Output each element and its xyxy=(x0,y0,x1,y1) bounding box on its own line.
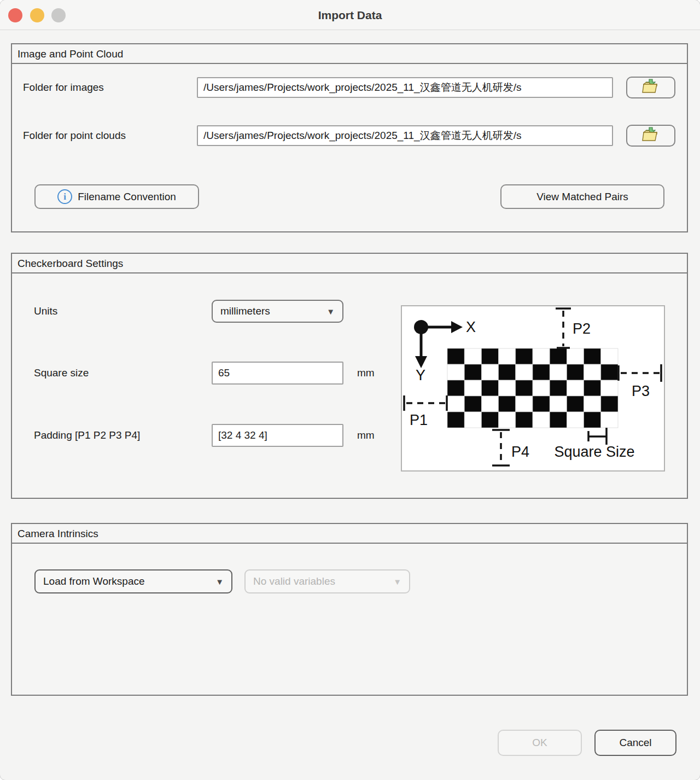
view-matched-pairs-label: View Matched Pairs xyxy=(536,191,628,203)
square-size-unit: mm xyxy=(357,362,375,385)
p1-label: P1 xyxy=(410,412,428,428)
cancel-button[interactable]: Cancel xyxy=(594,730,676,756)
units-value: millimeters xyxy=(220,305,270,317)
checkerboard-diagram-svg: X Y P2 P3 xyxy=(402,306,664,470)
filename-convention-button[interactable]: i Filename Convention xyxy=(34,184,199,209)
checkerboard-squares xyxy=(447,348,618,428)
p4-label: P4 xyxy=(511,444,529,460)
section-header: Image and Point Cloud xyxy=(12,44,687,64)
window-title: Import Data xyxy=(0,0,700,30)
camera-intrinsics-section: Camera Intrinsics Load from Workspace ▼ … xyxy=(11,523,688,696)
square-size-input[interactable] xyxy=(212,362,343,385)
chevron-down-icon: ▼ xyxy=(326,307,335,316)
section-header: Checkerboard Settings xyxy=(12,254,687,273)
browse-images-button[interactable] xyxy=(626,77,675,98)
x-axis-label: X xyxy=(466,319,476,335)
ok-button: OK xyxy=(498,730,582,756)
padding-label: Padding [P1 P2 P3 P4] xyxy=(34,424,140,447)
info-icon: i xyxy=(57,189,72,204)
p1-measure-line xyxy=(404,395,447,411)
folder-images-label: Folder for images xyxy=(23,77,104,98)
padding-input[interactable] xyxy=(212,424,343,447)
y-axis-label: Y xyxy=(416,367,425,383)
units-label: Units xyxy=(34,300,57,323)
p3-label: P3 xyxy=(632,383,650,399)
folder-open-icon xyxy=(642,127,660,145)
intrinsics-variables-dropdown: No valid variables ▼ xyxy=(244,569,410,593)
intrinsics-variables-value: No valid variables xyxy=(253,575,335,587)
p4-measure-line xyxy=(492,430,510,465)
padding-unit: mm xyxy=(357,424,375,447)
image-point-cloud-section: Image and Point Cloud Folder for images … xyxy=(11,43,688,232)
p2-label: P2 xyxy=(573,321,591,337)
browse-point-clouds-button[interactable] xyxy=(626,125,675,147)
ok-label: OK xyxy=(532,737,547,749)
checkerboard-settings-section: Checkerboard Settings Units millimeters … xyxy=(11,253,688,499)
intrinsics-source-value: Load from Workspace xyxy=(43,575,145,587)
checkerboard-diagram: X Y P2 P3 xyxy=(401,305,665,472)
folder-point-clouds-label: Folder for point clouds xyxy=(23,125,126,146)
chevron-down-icon: ▼ xyxy=(215,577,224,586)
cancel-label: Cancel xyxy=(619,737,651,749)
folder-point-clouds-input[interactable] xyxy=(197,125,613,146)
units-dropdown[interactable]: millimeters ▼ xyxy=(212,300,343,323)
filename-convention-label: Filename Convention xyxy=(78,191,176,203)
folder-open-icon xyxy=(642,79,660,97)
p2-measure-line xyxy=(556,308,571,348)
import-data-dialog: Import Data Image and Point Cloud Folder… xyxy=(0,0,700,780)
chevron-down-icon: ▼ xyxy=(393,577,401,586)
square-size-label: Square size xyxy=(34,362,89,385)
titlebar: Import Data xyxy=(0,0,700,30)
square-size-caption: Square Size xyxy=(554,444,634,460)
square-size-bracket xyxy=(588,428,606,445)
folder-images-input[interactable] xyxy=(197,77,613,98)
section-header: Camera Intrinsics xyxy=(12,524,687,544)
view-matched-pairs-button[interactable]: View Matched Pairs xyxy=(500,184,664,209)
p3-measure-line xyxy=(619,364,661,382)
intrinsics-source-dropdown[interactable]: Load from Workspace ▼ xyxy=(34,569,232,593)
